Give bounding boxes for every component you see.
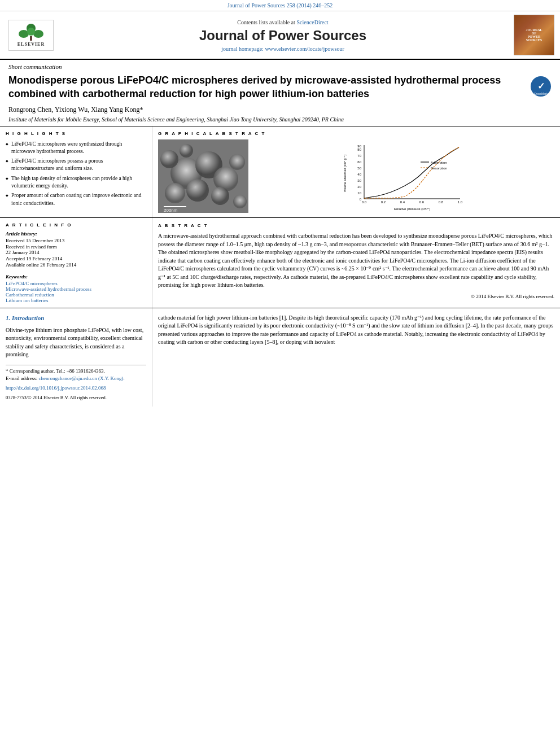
svg-text:Desorption: Desorption (431, 167, 447, 170)
authors-text: Rongrong Chen, Yixiong Wu, Xiang Yang Ko… (8, 106, 143, 113)
email-link[interactable]: chenrongchance@sju.edu.cn (X.Y. Kong). (38, 375, 124, 381)
elsevier-label: ELSEVIER (18, 42, 45, 47)
header-area: ELSEVIER Contents lists available at Sci… (0, 11, 560, 60)
journal-ref-bar: Journal of Power Sources 258 (2014) 246–… (0, 0, 560, 11)
history-label: Article history: (6, 231, 146, 237)
crossmark-badge: ✓ CrossMark (530, 76, 552, 97)
keyword-1: LiFePO4/C microspheres (6, 281, 146, 286)
svg-point-13 (165, 183, 185, 203)
affiliation-area: Institute of Materials for Mobile Energy… (0, 115, 560, 126)
svg-point-17 (233, 195, 247, 208)
svg-text:60: 60 (357, 160, 361, 164)
contents-label: Contents lists available at (237, 19, 295, 25)
intro-right-col: cathode material for high power lithium-… (152, 308, 560, 407)
abstract-text: A microwave-assisted hydrothermal approa… (158, 232, 554, 290)
email-label: E-mail address: (6, 375, 37, 381)
sem-image-svg: 200nm (158, 139, 248, 213)
svg-text:0.0: 0.0 (362, 200, 367, 204)
email-note: E-mail address: chenrongchance@sju.edu.c… (6, 375, 146, 382)
crossmark-icon: ✓ CrossMark (530, 76, 552, 97)
svg-rect-3 (30, 36, 32, 41)
svg-text:90: 90 (357, 145, 361, 148)
svg-text:30: 30 (357, 179, 361, 182)
graphical-abstract-content: 200nm 0 10 20 30 40 50 60 (158, 139, 554, 213)
affiliation-text: Institute of Materials for Mobile Energy… (8, 116, 344, 123)
svg-point-14 (211, 187, 229, 205)
intro-left-text: Olivine-type lithium iron phosphate LiFe… (6, 326, 146, 359)
article-info-col: A R T I C L E I N F O Article history: R… (0, 218, 152, 308)
copyright-line: © 2014 Elsevier B.V. All rights reserved… (158, 293, 554, 300)
highlights-graphical-section: H I G H L I G H T S LiFePO4/C microspher… (0, 126, 560, 218)
keyword-3: Carbothermal reduction (6, 292, 146, 298)
svg-text:80: 80 (357, 148, 361, 151)
elsevier-tree-icon (17, 24, 45, 41)
highlight-item-2: LiFePO4/C microspheres possess a porous … (6, 156, 146, 174)
science-direct-link[interactable]: ScienceDirect (297, 19, 329, 25)
svg-text:CrossMark: CrossMark (534, 92, 548, 95)
highlights-heading: H I G H L I G H T S (6, 131, 146, 136)
header-right: JOURNALOFPOWERSOURCES (509, 15, 554, 55)
svg-text:Volume absorbed (cm³ g⁻¹): Volume absorbed (cm³ g⁻¹) (343, 154, 347, 192)
svg-text:1.0: 1.0 (458, 200, 463, 204)
svg-point-4 (27, 28, 35, 36)
keyword-2: Microwave-assisted hydrothermal process (6, 286, 146, 292)
highlights-col: H I G H L I G H T S LiFePO4/C microspher… (0, 126, 152, 217)
revised-date: Received in revised form22 January 2014 (6, 244, 146, 255)
introduction-section: 1. Introduction Olivine-type lithium iro… (0, 308, 560, 407)
keywords-label: Keywords: (6, 274, 146, 279)
accepted-date: Accepted 19 February 2014 (6, 256, 146, 261)
online-date: Available online 26 February 2014 (6, 262, 146, 268)
bet-chart-svg: 0 10 20 30 40 50 60 70 80 90 0.0 0.2 0.4… (253, 139, 554, 213)
svg-text:10: 10 (357, 191, 361, 195)
article-type: Short communication (0, 60, 560, 71)
info-abstract-section: A R T I C L E I N F O Article history: R… (0, 218, 560, 308)
svg-point-18 (180, 144, 193, 158)
journal-homepage: journal homepage: www.elsevier.com/locat… (62, 46, 504, 52)
intro-right-text: cathode material for high power lithium-… (158, 314, 554, 347)
highlight-item-4: Proper amount of carbon coating can impr… (6, 191, 146, 208)
svg-text:20: 20 (357, 185, 361, 189)
doi-link[interactable]: http://dx.doi.org/10.1016/j.jpowsour.201… (6, 385, 146, 392)
highlights-list: LiFePO4/C microspheres were synthesized … (6, 139, 146, 208)
abstract-heading: A B S T R A C T (158, 222, 554, 229)
article-title-area: Monodisperse porous LiFePO4/C microspher… (0, 71, 560, 103)
intro-left-col: 1. Introduction Olivine-type lithium iro… (0, 308, 152, 407)
svg-text:0.4: 0.4 (400, 200, 405, 204)
highlight-item-1: LiFePO4/C microspheres were synthesized … (6, 139, 146, 157)
svg-text:50: 50 (357, 167, 361, 170)
corresponding-note: * Corresponding author. Tel.: +86 139162… (6, 368, 146, 375)
article-title: Monodisperse porous LiFePO4/C microspher… (8, 73, 524, 101)
abstract-col: A B S T R A C T A microwave-assisted hyd… (152, 218, 560, 308)
article-info-heading: A R T I C L E I N F O (6, 222, 146, 228)
graphical-abstract-col: G R A P H I C A L A B S T R A C T (152, 126, 560, 217)
highlight-item-3: The high tap density of microspheres can… (6, 174, 146, 191)
svg-text:40: 40 (357, 173, 361, 176)
svg-rect-19 (164, 206, 186, 207)
intro-section-title: 1. Introduction (6, 314, 146, 323)
svg-point-15 (229, 154, 245, 170)
elsevier-logo-area: ELSEVIER (6, 20, 56, 51)
header-center: Contents lists available at ScienceDirec… (62, 19, 504, 52)
bottom-bar: 0378-7753/© 2014 Elsevier B.V. All right… (6, 394, 146, 401)
journal-thumbnail: JOURNALOFPOWERSOURCES (514, 15, 554, 55)
received-date: Received 15 December 2013 (6, 238, 146, 243)
svg-point-16 (160, 150, 178, 168)
authors-area: Rongrong Chen, Yixiong Wu, Xiang Yang Ko… (0, 103, 560, 115)
graphical-abstract-heading: G R A P H I C A L A B S T R A C T (158, 131, 554, 136)
svg-text:70: 70 (357, 154, 361, 158)
journal-ref-text: Journal of Power Sources 258 (2014) 246–… (228, 2, 333, 8)
keyword-4: Lithium ion batteries (6, 298, 146, 303)
svg-text:200nm: 200nm (164, 208, 178, 213)
svg-text:✓: ✓ (537, 81, 545, 91)
svg-text:0.8: 0.8 (439, 200, 444, 204)
bet-chart-area: 0 10 20 30 40 50 60 70 80 90 0.0 0.2 0.4… (253, 139, 554, 213)
footnote-area: * Corresponding author. Tel.: +86 139162… (6, 365, 146, 401)
svg-point-12 (186, 179, 209, 202)
svg-text:0.6: 0.6 (419, 200, 425, 204)
svg-text:Adsorption: Adsorption (431, 161, 447, 164)
svg-text:Relative pressure (P/P°): Relative pressure (P/P°) (394, 207, 430, 211)
sem-image: 200nm (158, 139, 248, 213)
elsevier-logo-box: ELSEVIER (8, 20, 54, 51)
journal-title: Journal of Power Sources (62, 28, 504, 43)
svg-text:0.2: 0.2 (381, 200, 386, 204)
